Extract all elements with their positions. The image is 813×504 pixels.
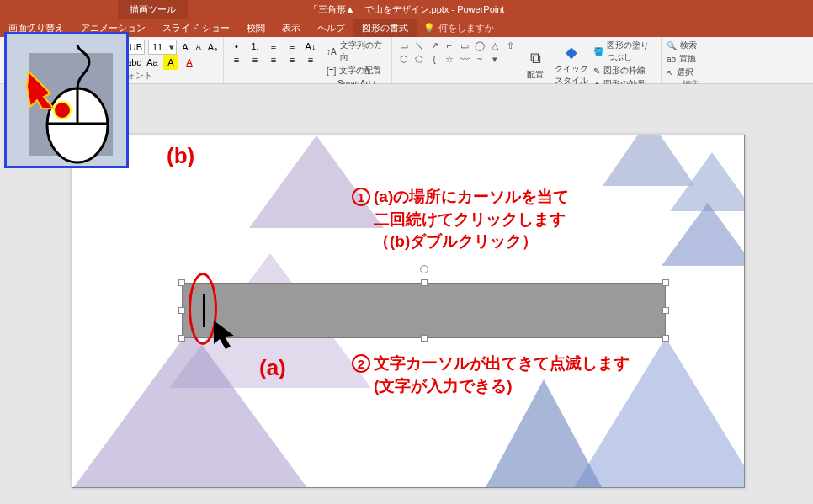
line-spacing-btn[interactable]: A↓ [303,40,318,53]
shape-arrow-icon: ↗ [428,40,441,51]
shape-star-icon: ☆ [443,53,456,65]
shape-fill-btn[interactable]: 🪣図形の塗りつぶし [593,40,656,63]
align-center-btn[interactable]: ≡ [247,53,263,66]
shape-gallery[interactable]: ▭＼↗⌐▭◯△⇧ ⬡⬠{☆〰~▾ [397,40,517,88]
tell-me[interactable]: 💡 何をしますか [423,22,494,34]
resize-handle[interactable] [178,335,185,342]
resize-handle[interactable] [662,335,669,342]
clear-formatting-btn[interactable]: Aₐ [207,40,218,55]
replace-btn[interactable]: ab置換 [667,53,715,65]
text-align-btn[interactable]: [=]文字の配置 [327,65,386,77]
annotation-highlight-ellipse [189,273,217,345]
text-direction-btn[interactable]: ↕A文字列の方向 [327,40,386,63]
mouse-icon [13,41,125,164]
replace-icon: ab [667,55,676,64]
resize-handle[interactable] [178,307,185,314]
triangle-decoration [662,203,745,266]
tab-review[interactable]: 校閲 [238,19,274,37]
resize-handle[interactable] [178,279,185,286]
align-justify-btn[interactable]: ≡ [284,53,300,66]
shape-connector-icon: ⌐ [443,40,456,51]
shape-oval-icon: ◯ [473,40,486,51]
shape-triangle-icon: △ [488,40,502,51]
rotation-handle[interactable] [420,265,428,273]
annotation-a-label: (a) [259,353,286,383]
ribbon-group-drawing: ▭＼↗⌐▭◯△⇧ ⬡⬠{☆〰~▾ ⧉配置 ◆クイック スタイル 🪣図形の塗りつぶ… [392,37,662,83]
text-vert-align-icon: [=] [327,66,336,76]
quick-styles-icon: ◆ [566,43,577,61]
title-bar: 描画ツール 「三角形▲」で山をデザイン.pptx - PowerPoint [0,0,813,19]
arrange-btn[interactable]: ⧉配置 [522,40,550,90]
arrange-icon: ⧉ [530,50,541,67]
pen-icon: ✎ [593,66,600,76]
shrink-font-btn[interactable]: A [194,40,204,55]
bullets-btn[interactable]: • [229,40,244,53]
resize-handle[interactable] [662,307,669,314]
window-title: 「三角形▲」で山をデザイン.pptx - PowerPoint [309,0,505,19]
font-color-btn[interactable]: A [182,55,197,70]
change-case-btn[interactable]: Aa [145,55,160,70]
tab-help[interactable]: ヘルプ [309,19,353,37]
tab-view[interactable]: 表示 [274,19,309,37]
shape-outline-btn[interactable]: ✎図形の枠線 [593,65,656,77]
indent-dec-btn[interactable]: ≡ [266,40,281,53]
shape-arrowhead-icon: ⇧ [503,40,517,51]
tell-me-text: 何をしますか [438,22,494,34]
columns-btn[interactable]: ≡ [303,53,318,66]
highlight-btn[interactable]: A [163,55,178,70]
shape-more-icon: ▾ [488,53,502,65]
shape-line-icon: ＼ [412,40,426,51]
shape-curve-icon: 〰 [458,53,471,65]
svg-point-4 [54,102,71,119]
cursor-icon: ↖ [667,68,673,77]
shape-textbox-icon: ▭ [397,40,411,51]
chevron-down-icon: ▾ [166,41,178,53]
tab-slideshow[interactable]: スライド ショー [154,19,238,37]
annotation-step1: 1(a)の場所にカーソルを当て 二回続けてクリックします （(b)ダブルクリック… [352,186,569,253]
selected-textbox[interactable] [182,283,666,338]
select-btn[interactable]: ↖選択 [667,66,715,78]
align-left-btn[interactable]: ≡ [229,53,244,66]
svg-marker-0 [214,321,234,349]
shape-brace-icon: { [428,53,441,65]
text-rotate-icon: ↕A [327,47,337,56]
mouse-illustration-panel [4,32,129,168]
paint-bucket-icon: 🪣 [593,47,603,56]
align-right-btn[interactable]: ≡ [266,53,281,66]
step-number-icon: 1 [352,188,370,206]
resize-handle[interactable] [421,279,428,286]
slide-canvas[interactable]: (b) 1(a)の場所にカーソルを当て 二回続けてクリックします （(b)ダブル… [72,135,745,488]
quick-styles-btn[interactable]: ◆クイック スタイル [555,40,588,90]
grow-font-btn[interactable]: A [180,40,190,55]
font-size-combo[interactable]: 11▾ [148,40,177,55]
svg-marker-5 [27,72,54,109]
indent-inc-btn[interactable]: ≡ [284,40,300,53]
annotation-step2: 2文字カーソルが出てきて点滅します (文字が入力できる) [352,353,630,397]
shape-rect-icon: ▭ [458,40,471,51]
shape-scribble-icon: ~ [473,53,486,65]
resize-handle[interactable] [421,335,428,342]
ribbon-group-paragraph: • 1. ≡ ≡ A↓ ≡ ≡ ≡ ≡ ≡ ↕A文字列の方向 [=]文 [224,37,392,83]
contextual-tool-label: 描画ツール [118,0,188,19]
lightbulb-icon: 💡 [423,23,435,34]
find-btn[interactable]: 🔍検索 [667,40,715,51]
magnifier-icon: 🔍 [667,41,677,50]
shape-hexagon-icon: ⬡ [397,53,411,65]
step-number-icon: 2 [352,354,370,373]
mouse-pointer-icon [214,321,247,354]
tab-shape-format[interactable]: 図形の書式 [353,19,417,37]
numbering-btn[interactable]: 1. [247,40,263,53]
shape-callout-icon: ⬠ [412,53,426,65]
annotation-b-label: (b) [167,141,194,171]
resize-handle[interactable] [662,279,669,286]
ribbon-group-editing: 🔍検索 ab置換 ↖選択 編集 [662,37,720,83]
